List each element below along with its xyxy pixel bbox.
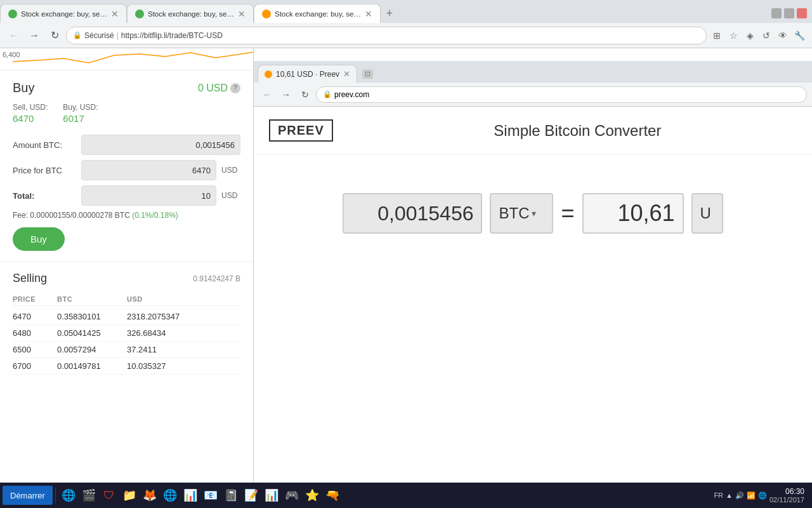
table-row[interactable]: 6480 0.05041425 326.68434 (13, 325, 240, 342)
amount-input[interactable] (81, 135, 240, 155)
taskbar-icon-ppt[interactable]: 📊 (261, 485, 282, 505)
currency-dropdown-arrow: ▾ (532, 208, 536, 218)
popup-back-button[interactable]: ← (259, 86, 275, 103)
taskbar-network[interactable]: 📶 (747, 491, 756, 500)
popup-tab[interactable]: 10,61 USD · Preev ✕ (258, 65, 357, 83)
buy-button[interactable]: Buy (13, 227, 65, 251)
taskbar-speaker[interactable]: 🔊 (735, 491, 744, 500)
preev-logo[interactable]: PREEV (269, 119, 333, 142)
close-button[interactable] (797, 8, 807, 18)
tab-favicon-2 (135, 10, 144, 18)
taskbar-chrome-tray[interactable]: 🌐 (758, 491, 767, 500)
buy-usd-value: 6017 (63, 113, 84, 124)
tab-1[interactable]: Stock exchange: buy, sell, ... ✕ (0, 4, 127, 23)
extension-icon-1[interactable]: ◈ (742, 28, 757, 43)
tab-favicon-3 (262, 10, 271, 18)
forward-button[interactable]: → (25, 27, 43, 44)
back-button[interactable]: ← (5, 27, 23, 44)
row3-price: 6500 (13, 345, 57, 354)
reload-button[interactable]: ↻ (46, 27, 63, 44)
row4-price: 6700 (13, 361, 57, 371)
tab-3[interactable]: Stock exchange: buy, sell, ... ✕ (254, 4, 381, 23)
taskbar-separator (55, 488, 56, 503)
taskbar-icon-ie[interactable]: 🌐 (58, 485, 79, 505)
translate-icon[interactable]: ⊞ (709, 28, 724, 43)
taskbar: Démarrer 🌐 🎬 🛡 📁 🦊 🌐 📊 📧 📓 📝 📊 🎮 ⭐ 🔫 FR … (0, 483, 812, 508)
table-row[interactable]: 6470 0.35830101 2318.2075347 (13, 309, 240, 325)
tab-close-2[interactable]: ✕ (238, 9, 246, 19)
result-input[interactable] (582, 193, 684, 234)
address-bar[interactable]: 🔒 Sécurisé | https://bitflip.li/trade/BT… (66, 27, 707, 44)
price-row-form: Price for BTC USD (13, 160, 240, 180)
row2-btc: 0.05041425 (57, 328, 127, 338)
taskbar-icon-folder[interactable]: 📁 (119, 485, 140, 505)
right-panel: потребуется много времени: транзакция дв… (254, 48, 812, 508)
row1-btc: 0.35830101 (57, 312, 127, 321)
buy-price-col: Buy, USD: 6017 (63, 103, 98, 124)
table-row[interactable]: 6700 0.00149781 10.035327 (13, 358, 240, 375)
tab-close-3[interactable]: ✕ (365, 9, 372, 19)
btc-amount-input[interactable] (343, 193, 482, 234)
price-label: Price for BTC (13, 166, 76, 175)
taskbar-icon-chrome[interactable]: 🌐 (160, 485, 180, 505)
row1-usd: 2318.2075347 (127, 312, 203, 321)
tab-2[interactable]: Stock exchange: buy, sell, ... ✕ (127, 4, 254, 23)
maximize-button[interactable] (784, 8, 794, 18)
taskbar-icon-word[interactable]: 📝 (241, 485, 261, 505)
fee-text: Fee: 0.00000155/0.00000278 BTC (13, 211, 132, 220)
extension-icon-3[interactable]: 👁 (775, 28, 790, 43)
chart-area: 6,400 (0, 48, 253, 70)
table-row[interactable]: 6500 0.0057294 37.2411 (13, 342, 240, 358)
toolbar-icons: ⊞ ☆ ◈ ↺ 👁 🔧 (709, 28, 807, 43)
new-tab-button[interactable]: + (381, 4, 398, 22)
taskbar-sys: FR ▲ 🔊 📶 🌐 06:30 02/11/2017 (709, 487, 809, 504)
preev-title: Simple Bitcoin Converter (358, 122, 797, 140)
help-icon[interactable]: ? (230, 83, 240, 93)
extension-icon-4[interactable]: 🔧 (792, 28, 807, 43)
currency-selector[interactable]: BTC ▾ (490, 193, 553, 234)
tab-close-1[interactable]: ✕ (111, 9, 119, 19)
clock-date: 02/11/2017 (769, 496, 804, 504)
taskbar-icon-onenote[interactable]: 📓 (221, 485, 241, 505)
selling-balance: 0.91424247 B (193, 274, 240, 283)
col-usd: USD (127, 295, 203, 303)
taskbar-icon-game[interactable]: 🔫 (322, 485, 343, 505)
secure-icon: 🔒 (73, 31, 82, 39)
left-panel: 6,400 Buy 0 USD ? Sell, USD: 6470 Bu (0, 48, 254, 508)
buy-title: Buy (13, 81, 34, 95)
bookmark-star-icon[interactable]: ☆ (726, 28, 741, 43)
taskbar-icon-firefox[interactable]: 🦊 (140, 485, 160, 505)
popup-address-bar: ← → ↻ 🔒 preev.com (254, 83, 812, 107)
popup-tab-close[interactable]: ✕ (343, 69, 350, 79)
row3-usd: 37.2411 (127, 345, 203, 354)
popup-reload-button[interactable]: ↻ (297, 86, 313, 103)
total-input[interactable] (81, 185, 216, 206)
price-input[interactable] (81, 160, 216, 180)
tab-label-1: Stock exchange: buy, sell, ... (21, 10, 108, 18)
buy-header: Buy 0 USD ? (13, 81, 240, 95)
taskbar-icon-media[interactable]: 🎬 (79, 485, 99, 505)
start-button[interactable]: Démarrer (3, 486, 53, 505)
taskbar-icon-excel[interactable]: 📊 (180, 485, 200, 505)
address-url: https://bitflip.li/trade/BTC-USD (121, 31, 223, 40)
row4-usd: 10.035327 (127, 361, 203, 371)
fee-row: Fee: 0.00000155/0.00000278 BTC (0.1%/0.1… (13, 211, 240, 220)
taskbar-icon-star[interactable]: ⭐ (302, 485, 322, 505)
popup-forward-button[interactable]: → (278, 86, 294, 103)
taskbar-clock: 06:30 02/11/2017 (769, 487, 804, 504)
minimize-button[interactable] (771, 8, 782, 18)
buy-usd-label: Buy, USD: (63, 103, 98, 112)
extension-icon-2[interactable]: ↺ (759, 28, 774, 43)
buy-section: Buy 0 USD ? Sell, USD: 6470 Buy, USD: 60… (0, 70, 253, 262)
popup-new-tab-button[interactable]: ⊡ (360, 66, 375, 81)
taskbar-icon-steam[interactable]: 🎮 (282, 485, 302, 505)
col-price: PRICE (13, 295, 57, 303)
result-currency-selector[interactable]: U (691, 193, 723, 234)
taskbar-icon-shield[interactable]: 🛡 (99, 485, 119, 505)
tab-label-2: Stock exchange: buy, sell, ... (148, 10, 235, 18)
popup-address-input[interactable]: 🔒 preev.com (316, 86, 807, 103)
taskbar-arrow-up[interactable]: ▲ (726, 491, 733, 499)
taskbar-icon-outlook[interactable]: 📧 (200, 485, 221, 505)
converter-area: BTC ▾ = U (254, 155, 812, 272)
preev-header: PREEV Simple Bitcoin Converter (254, 107, 812, 155)
